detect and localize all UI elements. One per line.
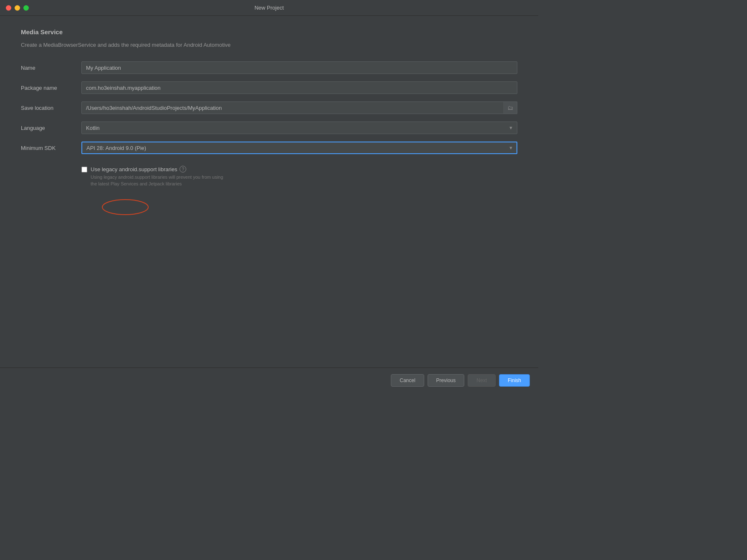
name-row: Name: [21, 61, 517, 74]
package-name-input[interactable]: [81, 81, 517, 94]
maximize-button[interactable]: [23, 5, 29, 10]
finish-button[interactable]: Finish: [499, 374, 530, 387]
save-location-input[interactable]: [81, 101, 517, 114]
dialog-content: Media Service Create a MediaBrowserServi…: [0, 16, 538, 367]
language-select-wrapper: Kotlin Java ▼: [81, 122, 517, 134]
legacy-libraries-label-row: Use legacy android.support libraries ?: [91, 166, 223, 172]
cancel-button[interactable]: Cancel: [391, 374, 424, 387]
traffic-lights: [6, 5, 29, 10]
language-label: Language: [21, 125, 81, 131]
minimum-sdk-row: Minimum SDK API 28: Android 9.0 (Pie) AP…: [21, 142, 517, 154]
button-bar: Cancel Previous Next Finish: [0, 367, 538, 393]
folder-icon: 🗂: [507, 104, 513, 111]
minimum-sdk-select-wrapper: API 28: Android 9.0 (Pie) API 27: Androi…: [81, 142, 517, 154]
previous-button[interactable]: Previous: [428, 374, 465, 387]
language-select[interactable]: Kotlin Java: [81, 122, 517, 134]
minimum-sdk-select[interactable]: API 28: Android 9.0 (Pie) API 27: Androi…: [81, 142, 517, 154]
legacy-libraries-content: Use legacy android.support libraries ? U…: [91, 166, 223, 187]
window-title: New Project: [254, 5, 284, 11]
help-icon[interactable]: ?: [180, 166, 186, 172]
save-location-label: Save location: [21, 105, 81, 111]
content-spacer: [21, 187, 517, 355]
legacy-libraries-hint: Using legacy android.support libraries w…: [91, 174, 223, 187]
name-label: Name: [21, 65, 81, 71]
package-name-label: Package name: [21, 85, 81, 91]
legacy-libraries-checkbox-area: Use legacy android.support libraries ? U…: [81, 166, 223, 187]
section-title: Media Service: [21, 28, 517, 35]
title-bar: New Project: [0, 0, 538, 16]
language-row: Language Kotlin Java ▼: [21, 122, 517, 134]
package-name-row: Package name: [21, 81, 517, 94]
legacy-libraries-row: Use legacy android.support libraries ? U…: [81, 166, 517, 187]
name-input[interactable]: [81, 61, 517, 74]
minimize-button[interactable]: [15, 5, 20, 10]
browse-folder-button[interactable]: 🗂: [503, 101, 517, 114]
save-location-row: Save location 🗂: [21, 101, 517, 114]
next-button: Next: [468, 374, 496, 387]
section-description: Create a MediaBrowserService and adds th…: [21, 41, 517, 49]
legacy-libraries-checkbox[interactable]: [81, 167, 87, 172]
minimum-sdk-label: Minimum SDK: [21, 145, 81, 151]
question-mark-icon: ?: [182, 167, 185, 172]
save-location-field-wrapper: 🗂: [81, 101, 517, 114]
close-button[interactable]: [6, 5, 11, 10]
legacy-libraries-label: Use legacy android.support libraries: [91, 166, 177, 172]
